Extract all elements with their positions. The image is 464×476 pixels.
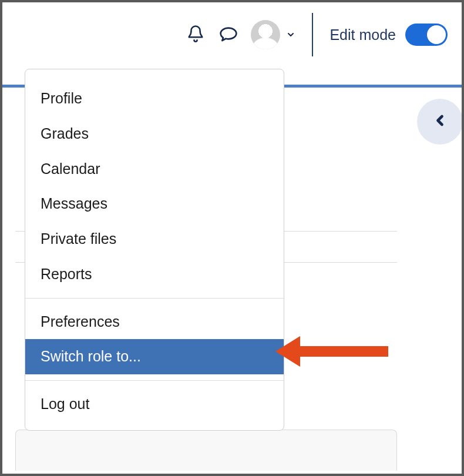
topbar-right-cluster: Edit mode — [183, 13, 448, 56]
speech-bubble-icon — [219, 24, 238, 45]
chevron-left-icon — [432, 112, 448, 131]
edit-mode-toggle[interactable] — [405, 24, 448, 46]
menu-item-profile[interactable]: Profile — [25, 81, 284, 116]
menu-item-log-out[interactable]: Log out — [25, 387, 284, 422]
menu-item-private-files[interactable]: Private files — [25, 222, 284, 257]
menu-item-switch-role[interactable]: Switch role to... — [25, 339, 284, 374]
bell-icon — [187, 25, 204, 45]
chevron-down-icon — [286, 30, 295, 39]
top-bar: Edit mode — [2, 2, 462, 67]
notifications-button[interactable] — [183, 22, 209, 48]
annotation-arrow — [275, 336, 388, 367]
content-panel — [15, 430, 397, 471]
messages-button[interactable] — [216, 22, 241, 48]
arrow-shaft — [300, 346, 388, 357]
toggle-knob — [427, 25, 446, 44]
menu-item-messages[interactable]: Messages — [25, 186, 284, 222]
menu-divider — [25, 380, 284, 381]
menu-item-calendar[interactable]: Calendar — [25, 152, 284, 187]
user-menu-toggle[interactable] — [251, 20, 295, 49]
drawer-toggle[interactable] — [417, 99, 463, 145]
user-dropdown-menu: Profile Grades Calendar Messages Private… — [25, 69, 284, 431]
menu-item-preferences[interactable]: Preferences — [25, 304, 284, 340]
divider — [312, 13, 313, 56]
menu-item-grades[interactable]: Grades — [25, 116, 284, 152]
edit-mode-label: Edit mode — [329, 26, 396, 43]
menu-item-reports[interactable]: Reports — [25, 257, 284, 292]
avatar — [251, 20, 280, 49]
menu-divider — [25, 298, 284, 299]
